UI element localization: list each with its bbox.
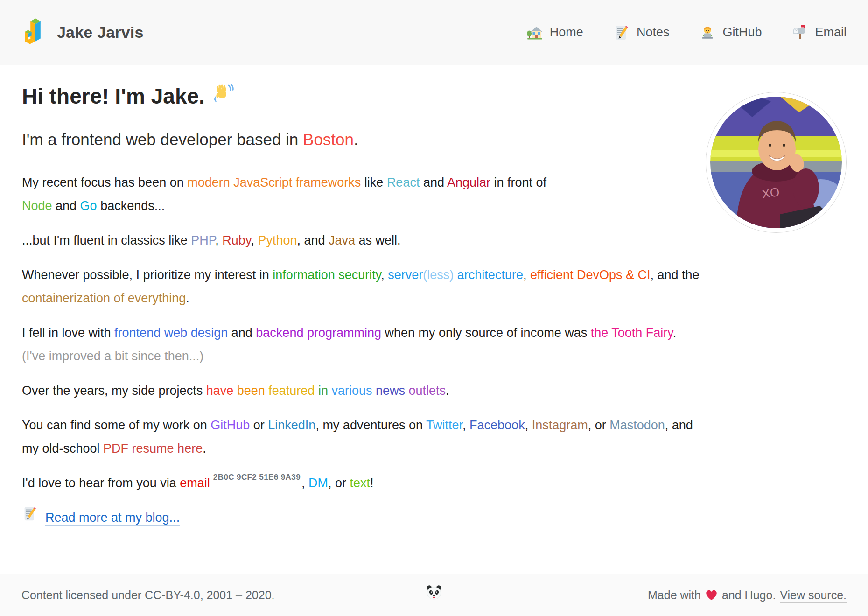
text-run: , [523, 268, 530, 282]
text-run: ! [370, 476, 374, 490]
parenthetical-note: (I've improved a bit since then...) [22, 349, 203, 363]
inline-link-infosec[interactable]: information security [273, 268, 381, 282]
text-run: , and the [651, 268, 700, 282]
nav-item-github[interactable]: GitHub [699, 24, 762, 41]
site-logo-link[interactable]: Jake Jarvis [21, 17, 144, 48]
license-text: Content licensed under CC-BY-4.0, 2001 –… [21, 588, 275, 602]
text-run: , [215, 233, 222, 247]
text-run: . [673, 326, 677, 340]
text-run: You can find some of my work on [22, 418, 210, 432]
inline-link-email[interactable]: email [180, 476, 210, 490]
paragraph-featured: Over the years, my side projects have be… [22, 379, 846, 402]
inline-link-github[interactable]: GitHub [210, 418, 250, 432]
svg-text:XO: XO [761, 185, 780, 201]
text-run: and [52, 199, 80, 213]
view-source-link[interactable]: View source. [780, 588, 847, 602]
inline-link-pdf-resume[interactable]: PDF resume here [103, 441, 203, 455]
inline-link-facebook[interactable]: Facebook [469, 418, 525, 432]
text-run: or [250, 418, 268, 432]
text-run: , [525, 418, 532, 432]
site-footer: Content licensed under CC-BY-4.0, 2001 –… [0, 574, 868, 616]
nav-item-home[interactable]: Home [526, 24, 583, 41]
subtitle-text: I'm a frontend web developer based in [22, 130, 303, 148]
paragraph-classics: ...but I'm fluent in classics like PHP, … [22, 229, 846, 252]
heart-icon [705, 589, 718, 602]
text-run [315, 384, 318, 398]
inline-link-java[interactable]: Java [329, 233, 355, 247]
site-title: Jake Jarvis [57, 23, 144, 42]
text-run: . [186, 291, 189, 305]
nav-item-email[interactable]: Email [791, 24, 847, 41]
inline-link-featured-been[interactable]: been [237, 384, 265, 398]
inline-link-featured-outlets[interactable]: outlets [409, 384, 446, 398]
text-run: as well. [355, 233, 401, 247]
memo-icon [613, 24, 630, 41]
text-run: Whenever possible, I prioritize my inter… [22, 268, 273, 282]
text-run: , my adventures on [315, 418, 426, 432]
subtitle-period: . [354, 130, 358, 148]
text-run: and [228, 326, 256, 340]
inline-link-mastodon[interactable]: Mastodon [609, 418, 665, 432]
nav-notes-label: Notes [637, 25, 670, 40]
inline-link-featured-have[interactable]: have [206, 384, 234, 398]
inline-link-featured-various[interactable]: various [331, 384, 372, 398]
text-run [233, 384, 237, 398]
inline-link-featured-featured[interactable]: featured [268, 384, 315, 398]
paragraph-fell-in-love: I fell in love with frontend web design … [22, 321, 846, 368]
inline-link-architecture[interactable]: architecture [454, 268, 523, 282]
inline-link-text[interactable]: text [350, 476, 371, 490]
main-nav: Home Notes [526, 24, 847, 41]
text-run: . [203, 441, 206, 455]
text-run: like [361, 175, 387, 189]
panda-icon [425, 584, 443, 602]
footer-credits: Made with and Hugo. View source. [648, 588, 847, 602]
inline-link-react[interactable]: React [387, 175, 420, 189]
site-header: Jake Jarvis Home [0, 0, 868, 65]
text-run: I'd love to hear from you via [22, 476, 180, 490]
text-run [372, 384, 376, 398]
inline-link-js-frameworks[interactable]: modern JavaScript frameworks [187, 175, 361, 189]
blog-link[interactable]: Read more at my blog... [45, 506, 180, 529]
nav-item-notes[interactable]: Notes [613, 24, 670, 41]
inline-link-featured-in[interactable]: in [318, 384, 328, 398]
inline-link-go[interactable]: Go [80, 199, 97, 213]
inline-link-angular[interactable]: Angular [447, 175, 490, 189]
inline-link-frontend-design[interactable]: frontend web design [114, 326, 228, 340]
text-run: , or [588, 418, 610, 432]
inline-link-linkedin[interactable]: LinkedIn [268, 418, 315, 432]
text-run: Over the years, my side projects [22, 384, 206, 398]
text-run: , and [665, 418, 693, 432]
text-run: when my only source of income was [381, 326, 591, 340]
inline-link-featured-news[interactable]: news [376, 384, 405, 398]
inline-link-ruby[interactable]: Ruby [222, 233, 251, 247]
inline-link-instagram[interactable]: Instagram [532, 418, 588, 432]
inline-link-server[interactable]: server [388, 268, 423, 282]
text-run: ...but I'm fluent in classics like [22, 233, 191, 247]
inline-link-containerization[interactable]: containerization of everything [22, 291, 186, 305]
inline-link-devops[interactable]: efficient DevOps & CI [530, 268, 651, 282]
technologist-icon [699, 24, 716, 41]
text-run: My recent focus has been on [22, 175, 187, 189]
waving-hand-icon [212, 83, 234, 109]
text-run: , [251, 233, 258, 247]
inline-link-serverless[interactable]: (less) [423, 268, 454, 282]
inline-link-python[interactable]: Python [258, 233, 297, 247]
inline-link-php[interactable]: PHP [191, 233, 215, 247]
text-run: , [301, 476, 308, 490]
mailbox-icon [791, 24, 808, 41]
page-title-text: Hi there! I'm Jake. [22, 84, 205, 109]
text-run: , or [328, 476, 350, 490]
inline-link-tooth-fairy[interactable]: the Tooth Fairy [591, 326, 673, 340]
logo-icon [21, 17, 47, 48]
inline-link-dm[interactable]: DM [308, 476, 328, 490]
inline-link-backend-programming[interactable]: backend programming [256, 326, 381, 340]
text-run: and [420, 175, 447, 189]
main-content: XO Hi there! I'm Jake. I'm a frontend we… [0, 65, 868, 574]
paragraph-contact: I'd love to hear from you via email2B0C … [22, 471, 846, 495]
and-hugo-text: and Hugo. [722, 588, 776, 602]
inline-link-boston[interactable]: Boston [303, 130, 354, 148]
inline-link-node[interactable]: Node [22, 199, 52, 213]
inline-link-twitter[interactable]: Twitter [426, 418, 462, 432]
text-run: . [446, 384, 449, 398]
pgp-key-link[interactable]: 2B0C 9CF2 51E6 9A39 [213, 473, 301, 482]
